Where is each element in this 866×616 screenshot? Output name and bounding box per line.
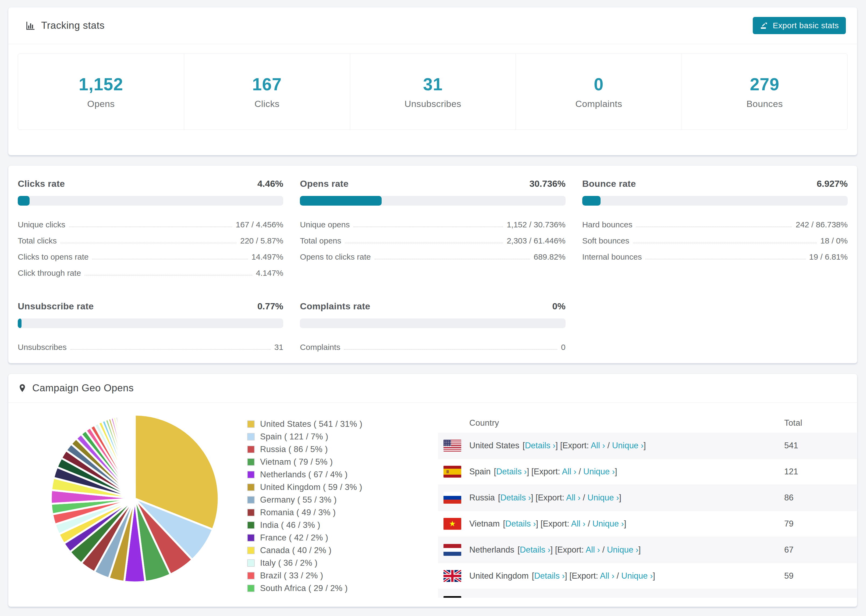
metric-value: 2,303 / 61.446% [507,236,565,245]
country-total: 121 [784,467,857,476]
table-row-gb: United Kingdom[Details ›] [Export: All ›… [438,563,857,589]
export-all-link[interactable]: All › [590,441,605,450]
country-links: [Details ›] [Export: All › / Unique ›] [498,493,621,503]
details-link[interactable]: Details › [509,597,540,598]
metric-label: Internal bounces [582,252,642,261]
header-divider [8,44,857,44]
details-link[interactable]: Details › [520,545,551,555]
metric-row: Total opens2,303 / 61.446% [300,236,565,245]
geo-pie-chart [41,411,245,599]
export-unique-link[interactable]: Unique › [612,441,644,450]
details-link[interactable]: Details › [534,571,565,580]
legend-item: Russia ( 86 / 5% ) [247,445,362,454]
country-name: Spain [469,467,491,476]
details-link[interactable]: Details › [525,441,556,450]
table-row-es: Spain[Details ›] [Export: All › / Unique… [438,459,857,485]
country-total: 541 [784,441,857,451]
metric-label: Click through rate [18,269,81,277]
metric-row: Click through rate4.147% [18,269,283,277]
stat-label-opens: Opens [87,99,115,109]
table-row-us: United States[Details ›] [Export: All › … [438,433,857,459]
bar-chart-icon [25,20,36,31]
legend-label: Spain ( 121 / 7% ) [260,432,328,442]
export-all-link[interactable]: All › [600,571,614,580]
country-cell: Germany[Details ›] [Export: All › / Uniq… [438,596,784,598]
export-all-link[interactable]: All › [571,519,585,528]
geo-table-header: Country Total [438,413,857,433]
rate-group-unsubscribe: Unsubscribe rate0.77%Unsubscribes31 [18,301,283,352]
export-icon [760,21,768,30]
metric-row: Total clicks220 / 5.87% [18,236,283,245]
metric-row: Unique clicks167 / 4.456% [18,220,283,229]
export-word: Export: [572,571,600,580]
link-bracket: ] [ [531,493,538,502]
dotted-leader [69,226,232,227]
legend-swatch [247,484,255,491]
legend-swatch [247,420,255,428]
metric-label: Unique clicks [18,220,65,229]
rates-card: Clicks rate4.46%Unique clicks167 / 4.456… [8,165,857,363]
link-bracket: ] [615,467,617,476]
export-unique-link[interactable]: Unique › [587,493,619,502]
export-unique-link[interactable]: Unique › [621,571,653,580]
export-word: Export: [543,519,571,528]
country-links: [Details ›] [Export: All › / Unique ›] [503,519,626,529]
stat-label-bounces: Bounces [746,99,783,109]
export-all-link[interactable]: All › [575,597,589,598]
pie-slice [134,415,135,498]
details-link[interactable]: Details › [500,493,531,502]
table-row-vn: Vietnam[Details ›] [Export: All › / Uniq… [438,511,857,537]
country-name: Germany [469,597,504,598]
rate-value-unsubscribe: 0.77% [257,301,283,311]
metric-value: 242 / 86.738% [795,220,848,229]
legend-item: Germany ( 55 / 3% ) [247,495,362,505]
legend-swatch [247,458,255,466]
rate-head-unsubscribe: Unsubscribe rate0.77% [18,301,283,311]
export-basic-stats-button[interactable]: Export basic stats [753,17,846,34]
rate-group-clicks: Clicks rate4.46%Unique clicks167 / 4.456… [18,178,283,277]
stat-value-clicks: 167 [252,74,282,94]
export-unique-link[interactable]: Unique › [596,597,628,598]
tracking-stats-card: Tracking stats Export basic stats 1,152O… [8,7,857,156]
legend-label: India ( 46 / 3% ) [260,520,320,530]
link-separator: / [580,493,587,502]
metric-value: 31 [274,343,283,352]
link-bracket: ] [ [565,571,572,580]
export-all-link[interactable]: All › [586,545,600,555]
stat-value-complaints: 0 [594,74,604,94]
details-link[interactable]: Details › [496,467,527,476]
link-separator: / [589,597,596,598]
metric-row: Soft bounces18 / 0% [582,236,848,245]
export-all-link[interactable]: All › [566,493,580,502]
country-total: 79 [784,519,857,529]
metric-label: Unique opens [300,220,350,229]
country-total: 67 [784,545,857,555]
details-link[interactable]: Details › [505,519,536,528]
rate-value-complaints: 0% [553,301,565,311]
metric-row: Complaints0 [300,343,565,352]
rate-title-bounce: Bounce rate [582,178,636,189]
rate-rows-clicks: Unique clicks167 / 4.456%Total clicks220… [18,220,283,277]
stat-card-complaints: 0Complaints [516,54,682,130]
legend-item: Brazil ( 33 / 2% ) [247,571,362,580]
export-unique-link[interactable]: Unique › [607,545,638,555]
legend-label: Russia ( 86 / 5% ) [260,445,328,454]
export-all-link[interactable]: All › [562,467,576,476]
stat-value-opens: 1,152 [79,74,123,94]
legend-label: United States ( 541 / 31% ) [260,419,362,429]
legend-label: Brazil ( 33 / 2% ) [260,571,323,580]
country-cell: Vietnam[Details ›] [Export: All › / Uniq… [438,518,784,530]
rate-head-bounce: Bounce rate6.927% [582,178,848,189]
stat-card-opens: 1,152Opens [18,54,184,130]
legend-item: Italy ( 36 / 2% ) [247,558,362,568]
rate-rows-opens: Unique opens1,152 / 30.736%Total opens2,… [300,220,565,261]
link-bracket: [ [523,441,525,450]
link-bracket: ] [ [550,545,557,555]
legend-label: Vietnam ( 79 / 5% ) [260,457,333,467]
export-unique-link[interactable]: Unique › [583,467,615,476]
link-separator: / [576,467,583,476]
stat-card-clicks: 167Clicks [184,54,350,130]
dotted-leader [60,243,236,243]
export-unique-link[interactable]: Unique › [592,519,624,528]
metric-value: 220 / 5.87% [240,236,283,245]
